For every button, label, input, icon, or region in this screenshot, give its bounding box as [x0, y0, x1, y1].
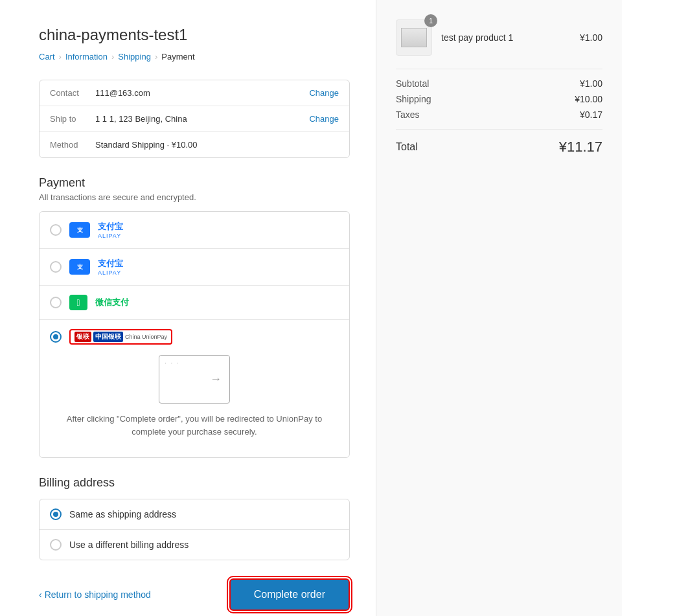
summary-divider-2 — [396, 129, 602, 130]
unionpay-red: 银联 — [75, 332, 91, 342]
summary-divider-1 — [396, 69, 602, 69]
taxes-label: Taxes — [396, 109, 420, 120]
info-row-shipto: Ship to 1 1 1, 123 Beijing, China Change — [40, 106, 349, 132]
unionpay-logo: 银联 中国银联 China UnionPay — [69, 329, 172, 345]
shipping-label: Shipping — [396, 94, 431, 104]
total-label: Total — [396, 141, 418, 153]
breadcrumb: Cart › Information › Shipping › Payment — [39, 52, 350, 62]
unionpay-header: 银联 中国银联 China UnionPay — [50, 329, 339, 345]
radio-wechat[interactable] — [50, 297, 62, 308]
product-price: ¥1.00 — [580, 32, 602, 43]
wechat-logo:  微信支付 — [69, 295, 129, 310]
billing-options: Same as shipping address Use a different… — [39, 499, 350, 560]
contact-value: 111@163.com — [95, 88, 309, 98]
alipay2-text: 支付宝 ALIPAY — [98, 258, 123, 276]
wechat-text: 微信支付 — [95, 297, 129, 308]
product-image-wrap: 1 — [396, 19, 432, 56]
shipto-value: 1 1 1, 123 Beijing, China — [95, 114, 309, 124]
info-box: Contact 111@163.com Change Ship to 1 1 1… — [39, 80, 350, 158]
alipay2-logo: 支 支付宝 ALIPAY — [69, 258, 123, 276]
payment-subtitle: All transactions are secure and encrypte… — [39, 192, 350, 202]
sep-1: › — [59, 52, 62, 62]
info-row-contact: Contact 111@163.com Change — [40, 80, 349, 106]
redirect-text: After clicking "Complete order", you wil… — [60, 413, 328, 438]
shipto-change[interactable]: Change — [309, 114, 339, 124]
back-chevron: ‹ — [39, 589, 42, 600]
footer-actions: ‹ Return to shipping method Complete ord… — [39, 578, 350, 611]
payment-title: Payment — [39, 176, 350, 190]
order-summary: 1 test pay product 1 ¥1.00 Subtotal ¥1.0… — [376, 0, 622, 616]
billing-option-different[interactable]: Use a different billing address — [40, 530, 349, 560]
total-value: ¥11.17 — [559, 139, 602, 155]
store-title: china-payments-test1 — [39, 26, 350, 44]
breadcrumb-cart[interactable]: Cart — [39, 52, 55, 62]
radio-unionpay[interactable] — [50, 331, 62, 343]
unionpay-en: China UnionPay — [125, 334, 167, 340]
contact-label: Contact — [50, 88, 95, 98]
alipay2-icon: 支 — [69, 259, 90, 275]
info-row-method: Method Standard Shipping · ¥10.00 — [40, 132, 349, 157]
total-row: Total ¥11.17 — [396, 139, 602, 155]
taxes-row: Taxes ¥0.17 — [396, 109, 602, 120]
breadcrumb-information[interactable]: Information — [65, 52, 108, 62]
billing-option-same[interactable]: Same as shipping address — [40, 499, 349, 530]
alipay1-logo: 支 支付宝 ALIPAY — [69, 221, 123, 239]
billing-same-label: Same as shipping address — [69, 509, 176, 519]
taxes-value: ¥0.17 — [580, 109, 602, 120]
payment-option-alipay1[interactable]: 支 支付宝 ALIPAY — [40, 212, 349, 249]
payment-option-unionpay[interactable]: 银联 中国银联 China UnionPay → After clicking … — [40, 320, 349, 457]
redirect-icon: → — [159, 355, 230, 404]
redirect-arrow: → — [210, 372, 222, 386]
subtotal-row: Subtotal ¥1.00 — [396, 78, 602, 89]
redirect-info: → After clicking "Complete order", you w… — [50, 345, 339, 448]
alipay1-text: 支付宝 ALIPAY — [98, 221, 123, 239]
shipping-row: Shipping ¥10.00 — [396, 94, 602, 104]
shipto-label: Ship to — [50, 114, 95, 124]
sep-3: › — [155, 52, 157, 62]
payment-option-wechat[interactable]:  微信支付 — [40, 286, 349, 320]
alipay1-icon: 支 — [69, 222, 90, 238]
radio-alipay2[interactable] — [50, 261, 62, 273]
radio-alipay1[interactable] — [50, 224, 62, 236]
payment-options: 支 支付宝 ALIPAY 支 支付宝 ALIPAY — [39, 211, 350, 458]
subtotal-label: Subtotal — [396, 78, 429, 89]
method-label: Method — [50, 140, 95, 150]
breadcrumb-shipping[interactable]: Shipping — [118, 52, 151, 62]
billing-different-label: Use a different billing address — [69, 540, 189, 550]
back-label: Return to shipping method — [45, 589, 151, 600]
radio-billing-different[interactable] — [50, 539, 62, 551]
shipping-value: ¥10.00 — [575, 94, 602, 104]
complete-order-button[interactable]: Complete order — [229, 578, 350, 611]
method-value: Standard Shipping · ¥10.00 — [95, 140, 339, 150]
billing-title: Billing address — [39, 476, 350, 490]
product-quantity-badge: 1 — [424, 14, 437, 27]
subtotal-value: ¥1.00 — [580, 78, 602, 89]
back-link[interactable]: ‹ Return to shipping method — [39, 589, 151, 600]
product-img-inner — [401, 28, 427, 47]
sep-2: › — [111, 52, 114, 62]
breadcrumb-payment: Payment — [161, 52, 194, 62]
payment-option-alipay2[interactable]: 支 支付宝 ALIPAY — [40, 249, 349, 286]
unionpay-blue: 中国银联 — [93, 332, 123, 342]
wechat-icon:  — [69, 295, 87, 310]
unionpay-logo-box: 银联 中国银联 China UnionPay — [69, 329, 172, 345]
product-name: test pay product 1 — [441, 32, 580, 43]
product-row: 1 test pay product 1 ¥1.00 — [396, 19, 602, 56]
radio-billing-same[interactable] — [50, 508, 62, 520]
contact-change[interactable]: Change — [309, 88, 339, 98]
